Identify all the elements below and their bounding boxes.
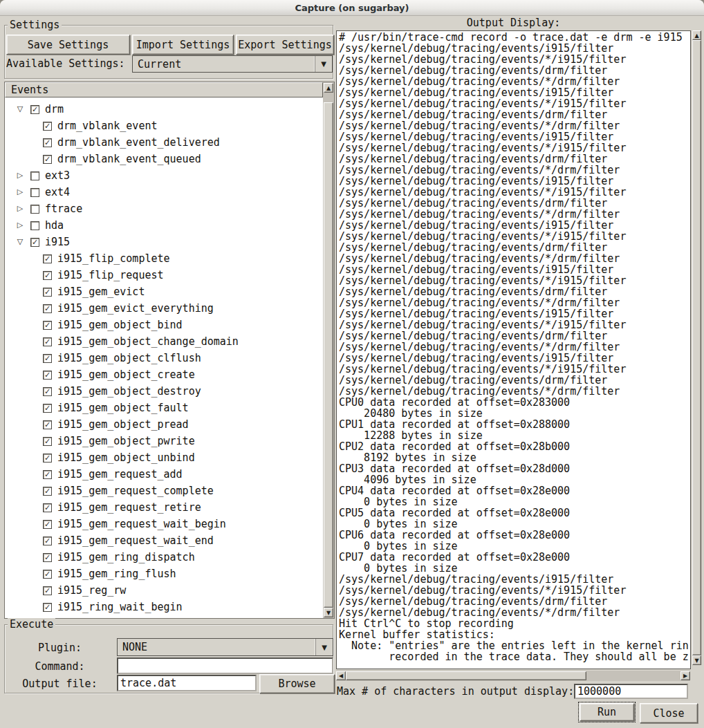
checkbox-checked[interactable]: ✓ [43,503,52,512]
checkbox-checked[interactable]: ✓ [43,122,52,131]
scroll-left-icon[interactable]: ◀ [336,671,346,680]
output-horizontal-scrollbar[interactable]: ◀ ▶ [336,671,690,681]
checkbox-checked[interactable]: ✓ [43,553,52,562]
tree-row[interactable]: ✓i915_gem_object_unbind [5,449,323,466]
output-display[interactable]: # /usr/bin/trace-cmd record -o trace.dat… [336,30,691,669]
checkbox-checked[interactable]: ✓ [30,105,39,114]
checkbox-checked[interactable]: ✓ [43,603,52,612]
checkbox-checked[interactable]: ✓ [43,354,52,363]
checkbox-checked[interactable]: ✓ [43,288,52,297]
save-settings-button[interactable]: Save Settings [6,35,130,55]
expander-closed-icon[interactable]: ▷ [15,187,26,197]
checkbox-checked[interactable]: ✓ [43,337,52,346]
tree-row[interactable]: ✓drm_vblank_event [5,118,323,134]
tree-row[interactable]: ✓i915_gem_request_complete [5,483,323,499]
tree-row[interactable]: ✓i915_gem_object_pwrite [5,433,323,449]
checkbox-checked[interactable]: ✓ [43,570,52,579]
checkbox-unchecked[interactable] [30,188,39,197]
output-vscrollbar-thumb[interactable] [692,40,701,655]
checkbox-checked[interactable]: ✓ [43,404,52,413]
scroll-down-icon[interactable]: ▼ [692,655,701,665]
checkbox-checked[interactable]: ✓ [43,536,52,545]
available-settings-combo[interactable]: Current ▼ [132,55,333,73]
checkbox-checked[interactable]: ✓ [43,470,52,479]
tree-row[interactable]: ▷hda [5,217,323,234]
checkbox-checked[interactable]: ✓ [43,387,52,396]
tree-row[interactable]: ▷ext3 [5,167,323,184]
max-chars-input[interactable] [574,684,688,699]
tree-row[interactable]: ✓i915_gem_request_wait_begin [5,516,323,532]
tree-item-label: drm_vblank_event_queued [57,153,201,165]
checkbox-unchecked[interactable] [30,221,39,230]
tree-row[interactable]: ✓i915_flip_complete [5,250,323,267]
expander-open-icon[interactable]: ▽ [15,237,26,247]
output-file-input[interactable] [117,675,257,691]
checkbox-checked[interactable]: ✓ [43,454,52,463]
run-button[interactable]: Run [580,703,634,721]
events-tree[interactable]: ▽✓drm✓drm_vblank_event✓drm_vblank_event_… [5,97,323,618]
tree-row[interactable]: ✓i915_gem_object_bind [5,317,323,333]
expander-open-icon[interactable]: ▽ [15,104,26,114]
checkbox-checked[interactable]: ✓ [43,138,52,147]
checkbox-checked[interactable]: ✓ [43,487,52,496]
checkbox-checked[interactable]: ✓ [43,321,52,330]
tree-row[interactable]: ✓i915_gem_request_retire [5,499,323,516]
tree-row[interactable]: ▷ftrace [5,200,323,217]
tree-row[interactable]: ✓drm_vblank_event_delivered [5,134,323,151]
chevron-down-icon[interactable]: ▼ [315,56,332,72]
scroll-up-icon[interactable]: ▲ [324,83,333,93]
checkbox-checked[interactable]: ✓ [43,420,52,429]
tree-row[interactable]: ✓i915_gem_evict_everything [5,300,323,317]
tree-row[interactable]: ✓i915_gem_object_clflush [5,350,323,366]
tree-row[interactable]: ✓i915_gem_object_pread [5,416,323,433]
tree-row[interactable]: ✓i915_reg_rw [5,582,323,599]
output-vertical-scrollbar[interactable]: ▲ ▼ [692,30,702,665]
command-input[interactable] [117,657,333,674]
events-vertical-scrollbar[interactable]: ▲ ▼ [323,82,334,618]
events-column-header[interactable]: Events [5,82,323,97]
tree-row[interactable]: ▽✓drm [5,101,323,118]
tree-row[interactable]: ✓i915_gem_request_wait_end [5,532,323,549]
checkbox-unchecked[interactable] [30,205,39,214]
checkbox-checked[interactable]: ✓ [43,437,52,446]
titlebar[interactable]: Capture (on sugarbay) [0,0,704,16]
tree-row[interactable]: ✓drm_vblank_event_queued [5,151,323,167]
tree-row[interactable]: ✓i915_gem_evict [5,283,323,300]
checkbox-checked[interactable]: ✓ [43,520,52,529]
tree-row[interactable]: ✓i915_gem_request_add [5,466,323,483]
tree-row[interactable]: ✓i915_gem_object_change_domain [5,333,323,350]
checkbox-unchecked[interactable] [30,171,39,180]
import-settings-button[interactable]: Import Settings [132,35,234,55]
checkbox-checked[interactable]: ✓ [43,254,52,263]
tree-row[interactable]: ✓i915_ring_wait_begin [5,599,323,615]
tree-row[interactable]: ✓i915_flip_request [5,267,323,283]
chevron-down-icon[interactable]: ▼ [315,639,333,655]
expander-closed-icon[interactable]: ▷ [15,204,26,214]
checkbox-checked[interactable]: ✓ [43,271,52,280]
execute-frame: Execute Plugin: NONE ▼ Command: Output f… [4,624,333,693]
tree-item-label: i915_gem_ring_dispatch [57,551,195,563]
close-button[interactable]: Close [640,703,698,723]
expander-closed-icon[interactable]: ▷ [15,171,26,180]
output-hscrollbar-thumb[interactable] [346,671,586,680]
export-settings-button[interactable]: Export Settings [236,35,334,55]
tree-row[interactable]: ✓i915_gem_ring_dispatch [5,549,323,566]
expander-closed-icon[interactable]: ▷ [15,221,26,230]
tree-row[interactable]: ✓i915_gem_ring_flush [5,566,323,582]
tree-row[interactable]: ▷ext4 [5,184,323,200]
checkbox-checked[interactable]: ✓ [30,238,39,247]
checkbox-checked[interactable]: ✓ [43,371,52,380]
tree-row[interactable]: ✓i915_gem_object_destroy [5,383,323,400]
browse-button[interactable]: Browse [259,674,335,693]
scroll-right-icon[interactable]: ▶ [680,671,690,680]
checkbox-checked[interactable]: ✓ [43,586,52,595]
events-scrollbar-thumb[interactable] [324,102,333,608]
tree-row[interactable]: ▽✓i915 [5,234,323,250]
checkbox-checked[interactable]: ✓ [43,155,52,164]
plugin-combo[interactable]: NONE ▼ [117,638,333,656]
checkbox-checked[interactable]: ✓ [43,304,52,313]
scroll-up-icon[interactable]: ▲ [692,30,701,40]
scroll-down-icon[interactable]: ▼ [324,608,333,617]
tree-row[interactable]: ✓i915_gem_object_fault [5,400,323,416]
tree-row[interactable]: ✓i915_gem_object_create [5,366,323,383]
